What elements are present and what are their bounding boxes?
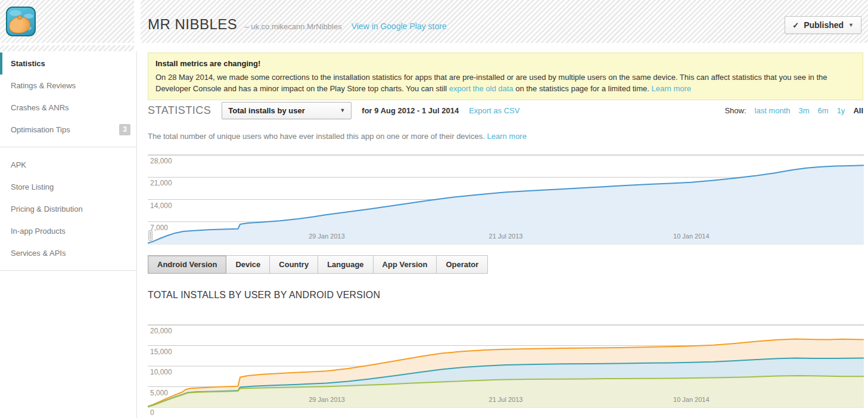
hamster-icon: [9, 17, 30, 33]
sidebar: Statistics Ratings & Reviews Crashes & A…: [0, 51, 137, 418]
installs-by-android-version-chart[interactable]: 05,00010,00015,00020,00029 Jan 201321 Ju…: [148, 319, 864, 418]
sidebar-item-optimisation-tips[interactable]: Optimisation Tips 3: [0, 119, 136, 141]
page-title: MR NIBBLES: [148, 16, 237, 33]
app-icon: [6, 7, 36, 36]
sidebar-item-crashes-anrs[interactable]: Crashes & ANRs: [0, 97, 136, 119]
chart-svg[interactable]: 05,00010,00015,00020,00029 Jan 201321 Ju…: [148, 319, 864, 418]
hamster-ear: [17, 16, 22, 20]
export-csv-link[interactable]: Export as CSV: [469, 106, 519, 115]
svg-text:10 Jan 2014: 10 Jan 2014: [673, 396, 710, 403]
statistics-heading: STATISTICS: [148, 104, 211, 117]
description-learn-more-link[interactable]: Learn more: [487, 132, 526, 141]
svg-text:10,000: 10,000: [150, 368, 172, 376]
sidebar-item-label: Store Listing: [11, 182, 54, 191]
svg-text:10 Jan 2014: 10 Jan 2014: [673, 233, 710, 240]
sidebar-item-apk[interactable]: APK: [0, 154, 136, 176]
tab-android-version[interactable]: Android Version: [148, 255, 226, 274]
tab-app-version[interactable]: App Version: [373, 255, 437, 274]
svg-text:7,000: 7,000: [150, 224, 168, 232]
tab-operator[interactable]: Operator: [436, 255, 488, 274]
svg-text:15,000: 15,000: [150, 348, 172, 356]
show-3m[interactable]: 3m: [799, 106, 810, 115]
svg-text:20,000: 20,000: [150, 327, 172, 335]
sidebar-divider: [0, 270, 136, 271]
metric-description: The total number of unique users who hav…: [148, 132, 527, 141]
svg-text:28,000: 28,000: [150, 157, 172, 165]
sidebar-item-label: Optimisation Tips: [11, 125, 70, 134]
app-package-name: – uk.co.mikecann.MrNibbles: [244, 22, 341, 31]
sidebar-item-label: Pricing & Distribution: [11, 205, 83, 213]
svg-text:29 Jan 2013: 29 Jan 2013: [309, 396, 345, 403]
date-range-label: for 9 Aug 2012 - 1 Jul 2014: [362, 106, 459, 115]
show-last-month[interactable]: last month: [755, 106, 791, 115]
metric-select[interactable]: Total installs by user ▼: [222, 102, 351, 119]
view-in-play-store-link[interactable]: View in Google Play store: [351, 21, 447, 31]
export-old-data-link[interactable]: export the old data: [449, 84, 514, 93]
check-icon: ✓: [792, 21, 799, 30]
sidebar-item-pricing-distribution[interactable]: Pricing & Distribution: [0, 198, 136, 220]
app-header: MR NIBBLES – uk.co.mikecann.MrNibbles Vi…: [148, 16, 447, 33]
show-range-group: Show: last month 3m 6m 1y All: [724, 106, 863, 115]
sidebar-item-ratings-reviews[interactable]: Ratings & Reviews: [0, 75, 136, 97]
sidebar-item-store-listing[interactable]: Store Listing: [0, 176, 136, 198]
sidebar-item-label: APK: [11, 160, 26, 169]
sidebar-item-label: In-app Products: [11, 227, 66, 236]
sidebar-item-services-apis[interactable]: Services & APIs: [0, 242, 136, 264]
sidebar-item-label: Ratings & Reviews: [11, 81, 76, 90]
tab-device[interactable]: Device: [226, 255, 270, 274]
svg-text:5,000: 5,000: [150, 389, 168, 397]
chart-svg[interactable]: 7,00014,00021,00028,00029 Jan 201321 Jul…: [148, 154, 864, 244]
svg-text:21 Jul 2013: 21 Jul 2013: [489, 233, 523, 240]
tab-country[interactable]: Country: [269, 255, 318, 274]
optimisation-tips-count-badge: 3: [119, 124, 130, 135]
section-title: TOTAL INSTALLS BY USER BY ANDROID VERSIO…: [148, 290, 380, 301]
tab-language[interactable]: Language: [318, 255, 373, 274]
banner-title: Install metrics are changing!: [155, 58, 855, 69]
banner-text: on the statistics page for a limited tim…: [515, 84, 649, 93]
show-label: Show:: [724, 106, 746, 115]
svg-text:29 Jan 2013: 29 Jan 2013: [309, 233, 345, 240]
chevron-down-icon: ▼: [848, 22, 854, 28]
header-band-sidebar-strip: [0, 45, 134, 51]
chevron-down-icon: ▼: [340, 107, 345, 113]
svg-text:21,000: 21,000: [150, 179, 172, 187]
total-installs-chart[interactable]: 7,00014,00021,00028,00029 Jan 201321 Jul…: [148, 154, 864, 244]
show-6m[interactable]: 6m: [818, 106, 829, 115]
sidebar-item-label: Statistics: [11, 59, 45, 68]
svg-text:0: 0: [150, 408, 154, 417]
svg-text:14,000: 14,000: [150, 202, 172, 210]
sidebar-divider: [0, 147, 136, 147]
show-all[interactable]: All: [853, 106, 863, 115]
banner-learn-more-link[interactable]: Learn more: [652, 84, 691, 93]
publish-status-label: Published: [804, 20, 844, 30]
metric-select-value: Total installs by user: [228, 106, 304, 115]
metric-description-text: The total number of unique users who hav…: [148, 132, 485, 141]
install-metrics-banner: Install metrics are changing! On 28 May …: [148, 52, 863, 100]
chart-range-handle[interactable]: [148, 230, 153, 241]
sidebar-item-in-app-products[interactable]: In-app Products: [0, 220, 136, 242]
dimension-tabs: Android Version Device Country Language …: [148, 255, 488, 274]
show-1y[interactable]: 1y: [837, 106, 845, 115]
banner-body: On 28 May 2014, we made some corrections…: [155, 72, 855, 94]
sidebar-item-label: Crashes & ANRs: [11, 103, 69, 112]
sidebar-item-statistics[interactable]: Statistics: [0, 52, 136, 75]
svg-text:21 Jul 2013: 21 Jul 2013: [489, 396, 523, 403]
statistics-toolbar: STATISTICS Total installs by user ▼ for …: [148, 101, 863, 120]
sidebar-item-label: Services & APIs: [11, 249, 66, 258]
publish-status-dropdown[interactable]: ✓ Published ▼: [785, 16, 861, 34]
